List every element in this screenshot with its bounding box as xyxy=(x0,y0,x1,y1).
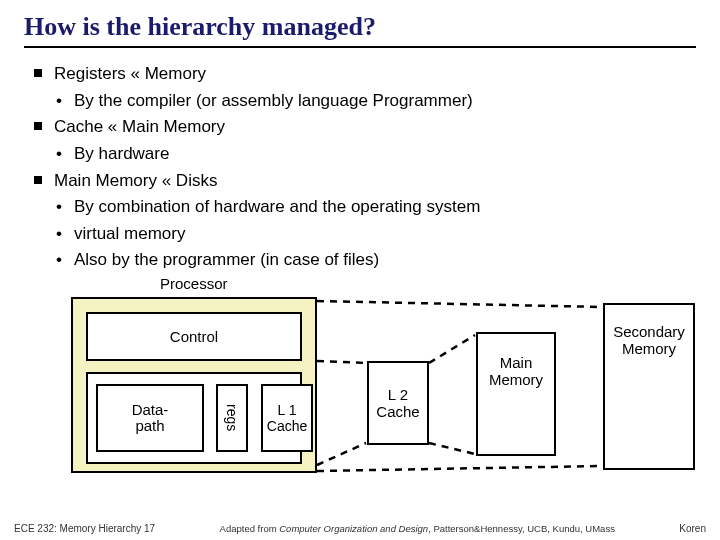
bullet-list: Registers « Memory By the compiler (or a… xyxy=(0,62,720,273)
bullet-cache: Cache « Main Memory xyxy=(34,115,694,140)
bullet-registers-sub1: By the compiler (or assembly language Pr… xyxy=(34,89,694,114)
processor-label: Processor xyxy=(160,275,228,292)
svg-line-0 xyxy=(317,301,602,307)
footer-right: Koren xyxy=(679,523,706,534)
svg-line-4 xyxy=(429,335,475,363)
svg-line-5 xyxy=(429,443,475,454)
l2-cache-box: L 2Cache xyxy=(367,361,429,445)
footer-mid-post: , Patterson&Hennessy, UCB, Kundu, UMass xyxy=(428,523,615,534)
svg-line-3 xyxy=(317,443,366,465)
l1-cache-box: L 1Cache xyxy=(261,384,313,452)
regs-box: regs xyxy=(216,384,248,452)
datapath-box: Data-path xyxy=(96,384,204,452)
bullet-cache-sub1: By hardware xyxy=(34,142,694,167)
main-memory-box: MainMemory xyxy=(476,332,556,456)
footer-mid-ital: Computer Organization and Design xyxy=(279,523,428,534)
slide-footer: ECE 232: Memory Hierarchy 17 Adapted fro… xyxy=(0,523,720,534)
bullet-mainmem: Main Memory « Disks xyxy=(34,169,694,194)
svg-line-2 xyxy=(317,361,366,363)
bullet-mainmem-sub2: virtual memory xyxy=(34,222,694,247)
svg-line-1 xyxy=(317,466,602,471)
footer-mid-pre: Adapted from xyxy=(220,523,280,534)
footer-citation: Adapted from Computer Organization and D… xyxy=(220,523,615,534)
control-box: Control xyxy=(86,312,302,361)
secondary-memory-box: SecondaryMemory xyxy=(603,303,695,470)
footer-left: ECE 232: Memory Hierarchy 17 xyxy=(14,523,155,534)
slide-title: How is the hierarchy managed? xyxy=(0,0,720,46)
bullet-registers: Registers « Memory xyxy=(34,62,694,87)
bullet-mainmem-sub3: Also by the programmer (in case of files… xyxy=(34,248,694,273)
bullet-mainmem-sub1: By combination of hardware and the opera… xyxy=(34,195,694,220)
hierarchy-diagram: Processor Control Data-path regs L 1Cach… xyxy=(0,275,720,495)
title-rule xyxy=(24,46,696,48)
regs-label: regs xyxy=(224,404,240,431)
